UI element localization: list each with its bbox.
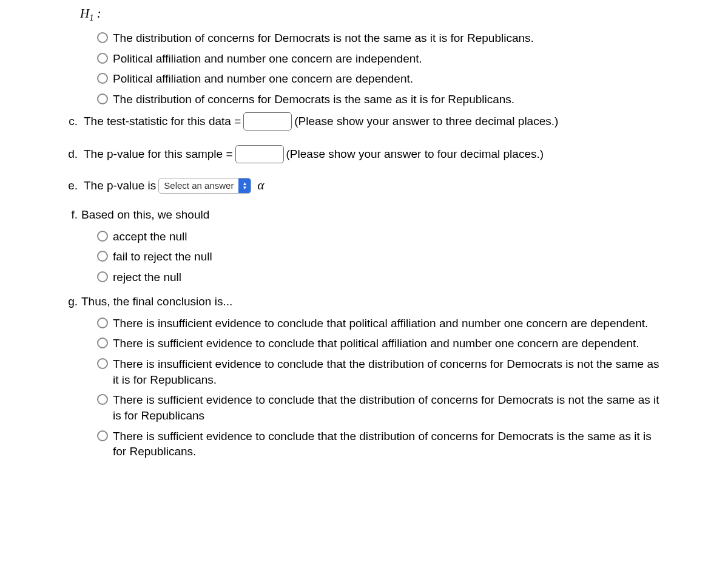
g-option: There is insufficient evidence to conclu… xyxy=(97,356,667,387)
question-e-before: The p-value is xyxy=(84,179,156,192)
g-option: There is insufficient evidence to conclu… xyxy=(97,316,667,331)
question-f-prompt: Based on this, we should xyxy=(81,208,209,222)
f-option-label: accept the null xyxy=(113,229,667,245)
radio-icon[interactable] xyxy=(97,53,108,64)
question-marker: e. xyxy=(61,179,78,192)
h1-options-group: The distribution of concerns for Democra… xyxy=(97,30,667,107)
g-option: There is sufficient evidence to conclude… xyxy=(97,336,667,351)
radio-icon[interactable] xyxy=(97,93,108,104)
radio-icon[interactable] xyxy=(97,394,108,405)
g-option: There is sufficient evidence to conclude… xyxy=(97,392,667,423)
p-value-input[interactable] xyxy=(235,145,284,163)
question-g-prompt: Thus, the final conclusion is... xyxy=(81,295,232,308)
question-marker: f. xyxy=(61,208,78,222)
h1-hypothesis-label: H1 : xyxy=(80,6,667,23)
h1-option-label: Political affiliation and number one con… xyxy=(113,51,667,67)
radio-icon[interactable] xyxy=(97,231,108,242)
f-options-group: accept the null fail to reject the null … xyxy=(97,229,667,285)
g-option-label: There is sufficient evidence to conclude… xyxy=(113,336,667,351)
question-g: g. Thus, the final conclusion is... xyxy=(61,295,667,308)
question-e: e. The p-value is Select an answer ▲▼ α xyxy=(61,178,667,194)
question-marker: d. xyxy=(61,148,78,161)
p-value-comparison-select[interactable]: Select an answer ▲▼ xyxy=(158,178,251,194)
question-f: f. Based on this, we should xyxy=(61,208,667,222)
g-option-label: There is sufficient evidence to conclude… xyxy=(113,429,667,460)
h1-option: Political affiliation and number one con… xyxy=(97,71,667,87)
g-option-label: There is insufficient evidence to conclu… xyxy=(113,316,667,331)
f-option: accept the null xyxy=(97,229,667,245)
question-d-before: The p-value for this sample = xyxy=(84,148,233,161)
f-option-label: fail to reject the null xyxy=(113,249,667,265)
h1-option-label: The distribution of concerns for Democra… xyxy=(113,30,667,46)
radio-icon[interactable] xyxy=(97,358,108,369)
radio-icon[interactable] xyxy=(97,430,108,441)
radio-icon[interactable] xyxy=(97,317,108,328)
f-option-label: reject the null xyxy=(113,270,667,285)
h1-option-label: The distribution of concerns for Democra… xyxy=(113,92,667,107)
h1-option-label: Political affiliation and number one con… xyxy=(113,71,667,87)
question-c: c. The test-statistic for this data = (P… xyxy=(61,112,667,131)
f-option: reject the null xyxy=(97,270,667,285)
g-option-label: There is insufficient evidence to conclu… xyxy=(113,356,667,387)
f-option: fail to reject the null xyxy=(97,249,667,265)
g-options-group: There is insufficient evidence to conclu… xyxy=(97,316,667,460)
radio-icon[interactable] xyxy=(97,32,108,43)
question-c-after: (Please show your answer to three decima… xyxy=(294,115,558,128)
h1-option: The distribution of concerns for Democra… xyxy=(97,30,667,46)
question-c-before: The test-statistic for this data = xyxy=(84,115,241,128)
radio-icon[interactable] xyxy=(97,271,108,282)
radio-icon[interactable] xyxy=(97,338,108,348)
question-d: d. The p-value for this sample = (Please… xyxy=(61,145,667,163)
radio-icon[interactable] xyxy=(97,73,108,84)
question-marker: g. xyxy=(61,295,78,308)
question-marker: c. xyxy=(61,115,78,128)
h1-option: The distribution of concerns for Democra… xyxy=(97,92,667,107)
g-option-label: There is sufficient evidence to conclude… xyxy=(113,392,667,423)
question-d-after: (Please show your answer to four decimal… xyxy=(286,148,544,161)
g-option: There is sufficient evidence to conclude… xyxy=(97,429,667,460)
select-placeholder: Select an answer xyxy=(159,180,238,191)
h1-option: Political affiliation and number one con… xyxy=(97,51,667,67)
radio-icon[interactable] xyxy=(97,251,108,262)
chevron-up-down-icon: ▲▼ xyxy=(238,178,251,193)
test-statistic-input[interactable] xyxy=(243,112,292,131)
alpha-symbol: α xyxy=(257,178,264,193)
